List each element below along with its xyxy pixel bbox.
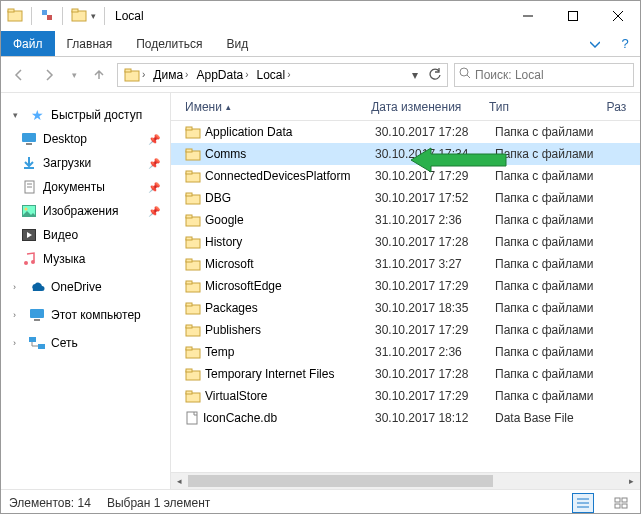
ribbon-tab-file[interactable]: Файл <box>1 31 55 56</box>
file-date: 30.10.2017 17:29 <box>369 389 489 403</box>
sidebar-item-downloads[interactable]: Загрузки 📌 <box>1 151 170 175</box>
ribbon-tab-view[interactable]: Вид <box>214 31 260 56</box>
column-header-size[interactable]: Раз <box>601 100 640 114</box>
file-date: 30.10.2017 17:29 <box>369 169 489 183</box>
file-row[interactable]: Application Data30.10.2017 17:28Папка с … <box>171 121 640 143</box>
star-icon: ★ <box>29 107 45 123</box>
ribbon-tab-home[interactable]: Главная <box>55 31 125 56</box>
svg-rect-61 <box>622 498 627 502</box>
folder-icon <box>185 345 201 359</box>
breadcrumb-item[interactable]: Local› <box>253 68 295 82</box>
sidebar-network[interactable]: › Сеть <box>1 331 170 355</box>
file-row[interactable]: ConnectedDevicesPlatform30.10.2017 17:29… <box>171 165 640 187</box>
file-row[interactable]: Publishers30.10.2017 17:29Папка с файлам… <box>171 319 640 341</box>
breadcrumb-root-icon[interactable]: › <box>120 67 149 83</box>
navigation-bar: ▾ › Дима› AppData› Local› ▾ Поиск: Local <box>1 57 640 93</box>
forward-button[interactable] <box>37 63 61 87</box>
search-input[interactable]: Поиск: Local <box>454 63 634 87</box>
file-type: Папка с файлами <box>489 213 609 227</box>
svg-rect-3 <box>47 15 52 20</box>
sidebar-label: Быстрый доступ <box>51 108 142 122</box>
scroll-thumb[interactable] <box>188 475 493 487</box>
file-row[interactable]: Comms30.10.2017 17:34Папка с файлами <box>171 143 640 165</box>
breadcrumb-item[interactable]: AppData› <box>192 68 252 82</box>
close-button[interactable] <box>595 1 640 31</box>
file-row[interactable]: IconCache.db30.10.2017 18:12Data Base Fi… <box>171 407 640 429</box>
file-date: 30.10.2017 17:34 <box>369 147 489 161</box>
file-name: Temp <box>205 345 234 359</box>
ribbon-tab-share[interactable]: Поделиться <box>124 31 214 56</box>
pin-icon: 📌 <box>148 206 160 217</box>
file-row[interactable]: VirtualStore30.10.2017 17:29Папка с файл… <box>171 385 640 407</box>
minimize-button[interactable] <box>505 1 550 31</box>
file-name: VirtualStore <box>205 389 267 403</box>
file-type: Папка с файлами <box>489 125 609 139</box>
music-icon <box>21 251 37 267</box>
maximize-button[interactable] <box>550 1 595 31</box>
file-type: Папка с файлами <box>489 345 609 359</box>
window-title: Local <box>115 9 144 23</box>
file-row[interactable]: Temporary Internet Files30.10.2017 17:28… <box>171 363 640 385</box>
sidebar-item-videos[interactable]: Видео <box>1 223 170 247</box>
file-date: 30.10.2017 17:28 <box>369 125 489 139</box>
sidebar-item-desktop[interactable]: Desktop 📌 <box>1 127 170 151</box>
file-row[interactable]: Microsoft31.10.2017 3:27Папка с файлами <box>171 253 640 275</box>
file-row[interactable]: Temp31.10.2017 2:36Папка с файлами <box>171 341 640 363</box>
breadcrumb-item[interactable]: Дима› <box>149 68 192 82</box>
up-button[interactable] <box>87 63 111 87</box>
file-row[interactable]: Google31.10.2017 2:36Папка с файлами <box>171 209 640 231</box>
sidebar-this-pc[interactable]: › Этот компьютер <box>1 303 170 327</box>
file-type: Папка с файлами <box>489 169 609 183</box>
view-details-button[interactable] <box>572 493 594 513</box>
address-dropdown-icon[interactable]: ▾ <box>405 68 425 82</box>
sidebar-item-pictures[interactable]: Изображения 📌 <box>1 199 170 223</box>
column-header-name[interactable]: Имени ▴ <box>179 100 365 114</box>
svg-rect-26 <box>34 319 40 321</box>
ribbon-help-icon[interactable]: ? <box>610 31 640 56</box>
sidebar-item-documents[interactable]: Документы 📌 <box>1 175 170 199</box>
sidebar-onedrive[interactable]: › OneDrive <box>1 275 170 299</box>
title-bar: ▾ Local <box>1 1 640 31</box>
address-bar[interactable]: › Дима› AppData› Local› ▾ <box>117 63 448 87</box>
sidebar-label: Загрузки <box>43 156 91 170</box>
refresh-button[interactable] <box>425 68 445 81</box>
file-row[interactable]: Packages30.10.2017 18:35Папка с файлами <box>171 297 640 319</box>
file-row[interactable]: DBG30.10.2017 17:52Папка с файлами <box>171 187 640 209</box>
file-date: 30.10.2017 18:12 <box>369 411 489 425</box>
folder-icon <box>185 323 201 337</box>
file-type: Папка с файлами <box>489 235 609 249</box>
qat-folder-icon[interactable] <box>71 7 87 26</box>
column-header-type[interactable]: Тип <box>483 100 601 114</box>
ribbon-expand-icon[interactable] <box>580 31 610 56</box>
qat-properties-icon[interactable] <box>40 8 54 25</box>
file-icon <box>185 411 199 425</box>
column-header-date[interactable]: Дата изменения <box>365 100 483 114</box>
svg-rect-14 <box>22 133 36 142</box>
scroll-left-icon[interactable]: ◂ <box>171 473 188 490</box>
back-button[interactable] <box>7 63 31 87</box>
svg-point-23 <box>24 261 28 265</box>
svg-rect-63 <box>622 504 627 508</box>
svg-rect-32 <box>186 149 192 152</box>
recent-dropdown-icon[interactable]: ▾ <box>67 63 81 87</box>
breadcrumb-label: Дима <box>153 68 183 82</box>
file-date: 30.10.2017 17:52 <box>369 191 489 205</box>
file-row[interactable]: History30.10.2017 17:28Папка с файлами <box>171 231 640 253</box>
column-label: Раз <box>607 100 627 114</box>
horizontal-scrollbar[interactable]: ◂ ▸ <box>171 472 640 489</box>
svg-rect-44 <box>186 281 192 284</box>
file-name: Google <box>205 213 244 227</box>
file-type: Папка с файлами <box>489 323 609 337</box>
sidebar-quick-access[interactable]: ▾ ★ Быстрый доступ <box>1 103 170 127</box>
videos-icon <box>21 227 37 243</box>
status-selection: Выбран 1 элемент <box>107 496 210 510</box>
file-list[interactable]: Application Data30.10.2017 17:28Папка с … <box>171 121 640 472</box>
file-row[interactable]: MicrosoftEdge30.10.2017 17:29Папка с фай… <box>171 275 640 297</box>
sidebar-item-music[interactable]: Музыка <box>1 247 170 271</box>
scroll-right-icon[interactable]: ▸ <box>623 473 640 490</box>
qat-dropdown-icon[interactable]: ▾ <box>91 11 96 21</box>
view-icons-button[interactable] <box>610 493 632 513</box>
file-name: MicrosoftEdge <box>205 279 282 293</box>
svg-rect-62 <box>615 504 620 508</box>
svg-rect-55 <box>187 412 197 424</box>
